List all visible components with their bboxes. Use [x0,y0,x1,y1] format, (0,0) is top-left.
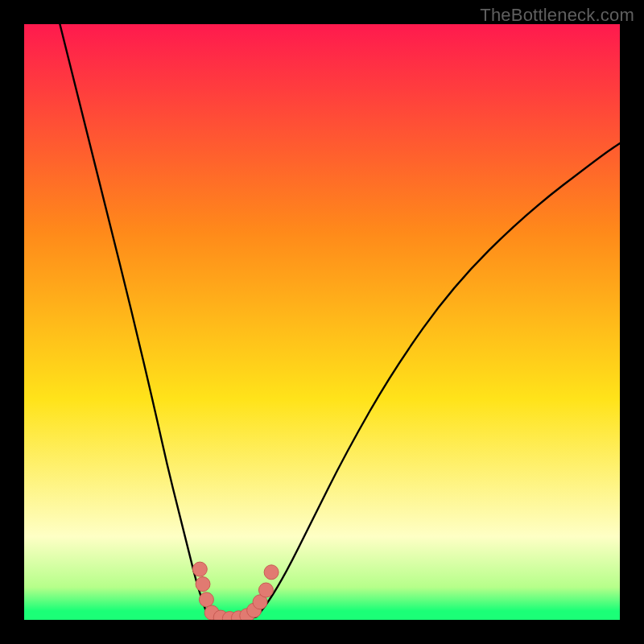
chart-frame: TheBottleneck.com [0,0,644,644]
highlight-dot [199,592,213,607]
bottleneck-curve [60,24,620,620]
highlight-dot [258,583,273,597]
curves-layer [24,24,620,620]
highlight-dot [192,562,207,576]
highlight-dot [196,577,210,592]
plot-area [24,24,620,620]
highlight-dots [192,562,279,620]
watermark-text: TheBottleneck.com [480,5,634,26]
highlight-dot [264,565,279,580]
